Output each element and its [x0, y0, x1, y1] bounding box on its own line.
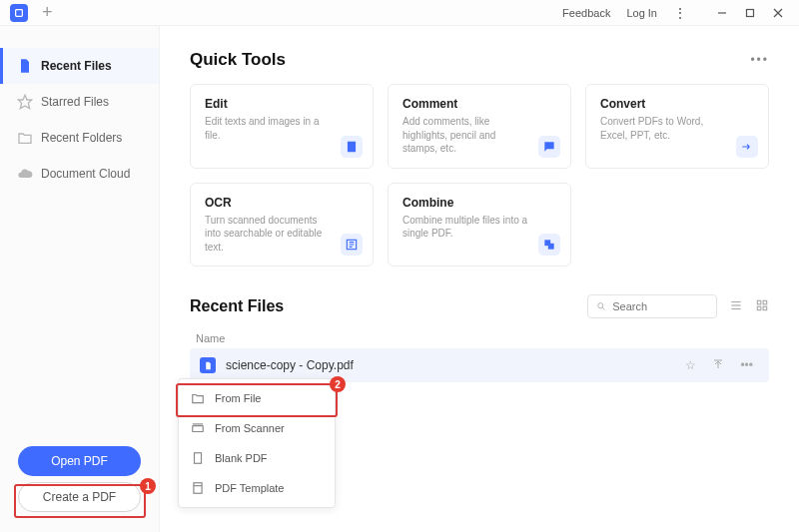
comment-icon: [538, 136, 560, 158]
svg-rect-22: [195, 453, 202, 464]
file-icon: [17, 58, 33, 74]
card-title: Comment: [402, 97, 556, 111]
scanner-icon: [191, 421, 205, 435]
svg-rect-17: [763, 306, 767, 310]
sidebar-item-label: Recent Files: [41, 59, 112, 73]
card-title: Combine: [402, 196, 556, 210]
edit-icon: [341, 136, 363, 158]
template-icon: [191, 481, 205, 495]
quick-tool-convert[interactable]: Convert Convert PDFs to Word, Excel, PPT…: [585, 84, 769, 169]
quick-tool-combine[interactable]: Combine Combine multiple files into a si…: [388, 183, 571, 267]
menu-item-from-file[interactable]: From File: [179, 383, 335, 413]
svg-point-9: [598, 303, 603, 308]
open-pdf-button[interactable]: Open PDF: [18, 446, 141, 476]
recent-files-heading: Recent Files: [190, 297, 284, 315]
ocr-icon: [341, 234, 363, 256]
svg-rect-14: [757, 300, 761, 304]
list-view-icon[interactable]: [729, 298, 743, 315]
search-icon: [596, 300, 606, 312]
annotation-badge-1: 1: [140, 478, 156, 494]
quick-tool-edit[interactable]: Edit Edit texts and images in a file.: [190, 84, 374, 169]
sidebar-item-starred-files[interactable]: Starred Files: [0, 84, 159, 120]
menu-item-blank-pdf[interactable]: Blank PDF: [179, 443, 335, 473]
quick-tool-comment[interactable]: Comment Add comments, like highlights, p…: [388, 84, 571, 169]
sidebar-item-document-cloud[interactable]: Document Cloud: [0, 156, 159, 192]
card-desc: Turn scanned documents into searchable o…: [205, 214, 359, 255]
pdf-file-icon: [200, 357, 216, 373]
sidebar-item-label: Document Cloud: [41, 167, 130, 181]
create-pdf-menu: From File From Scanner Blank PDF PDF Tem…: [178, 378, 336, 508]
create-pdf-button[interactable]: Create a PDF: [18, 482, 141, 512]
kebab-menu-icon[interactable]: ⋮: [673, 6, 687, 20]
sidebar-item-recent-folders[interactable]: Recent Folders: [0, 120, 159, 156]
combine-icon: [538, 234, 560, 256]
star-icon: [17, 94, 33, 110]
card-desc: Edit texts and images in a file.: [205, 115, 359, 142]
menu-item-label: Blank PDF: [215, 452, 268, 464]
star-icon[interactable]: ☆: [685, 358, 696, 372]
quick-tools-heading: Quick Tools: [190, 50, 286, 70]
svg-line-10: [602, 307, 604, 309]
file-row[interactable]: science-copy - Copy.pdf ☆ •••: [190, 348, 769, 382]
app-logo: [10, 4, 28, 22]
more-options-icon[interactable]: •••: [750, 53, 769, 67]
annotation-badge-2: 2: [330, 376, 346, 392]
menu-item-pdf-template[interactable]: PDF Template: [179, 473, 335, 503]
folder-icon: [191, 391, 205, 405]
upload-icon[interactable]: [712, 358, 724, 373]
svg-rect-16: [757, 306, 761, 310]
svg-rect-20: [193, 426, 204, 432]
menu-item-label: PDF Template: [215, 482, 285, 494]
sidebar-item-label: Starred Files: [41, 95, 109, 109]
svg-rect-0: [16, 9, 23, 16]
card-title: Convert: [600, 97, 754, 111]
grid-view-icon[interactable]: [755, 298, 769, 315]
close-button[interactable]: [767, 3, 789, 23]
cloud-icon: [17, 166, 33, 182]
quick-tool-ocr[interactable]: OCR Turn scanned documents into searchab…: [190, 183, 374, 267]
search-input-wrap[interactable]: [587, 294, 717, 318]
convert-icon: [736, 136, 758, 158]
card-desc: Add comments, like highlights, pencil an…: [402, 115, 556, 156]
file-name: science-copy - Copy.pdf: [226, 358, 675, 372]
sidebar-item-label: Recent Folders: [41, 131, 122, 145]
login-link[interactable]: Log In: [626, 7, 657, 19]
sidebar-item-recent-files[interactable]: Recent Files: [0, 48, 159, 84]
menu-item-label: From Scanner: [215, 422, 285, 434]
card-desc: Combine multiple files into a single PDF…: [402, 214, 556, 241]
sidebar: Recent Files Starred Files Recent Folder…: [0, 26, 160, 532]
svg-rect-2: [747, 9, 754, 16]
svg-rect-23: [194, 483, 202, 494]
card-desc: Convert PDFs to Word, Excel, PPT, etc.: [600, 115, 754, 142]
page-icon: [191, 451, 205, 465]
card-title: OCR: [205, 196, 359, 210]
search-input[interactable]: [612, 300, 708, 312]
folder-icon: [17, 130, 33, 146]
svg-marker-5: [18, 95, 31, 108]
new-tab-button[interactable]: +: [42, 2, 53, 23]
more-icon[interactable]: •••: [740, 358, 753, 372]
svg-rect-8: [548, 244, 554, 250]
maximize-button[interactable]: [739, 3, 761, 23]
feedback-link[interactable]: Feedback: [562, 7, 610, 19]
minimize-button[interactable]: [711, 3, 733, 23]
menu-item-label: From File: [215, 392, 261, 404]
menu-item-from-scanner[interactable]: From Scanner: [179, 413, 335, 443]
column-header-name: Name: [190, 328, 769, 348]
title-bar: + Feedback Log In ⋮: [0, 0, 799, 26]
card-title: Edit: [205, 97, 359, 111]
svg-rect-15: [763, 300, 767, 304]
